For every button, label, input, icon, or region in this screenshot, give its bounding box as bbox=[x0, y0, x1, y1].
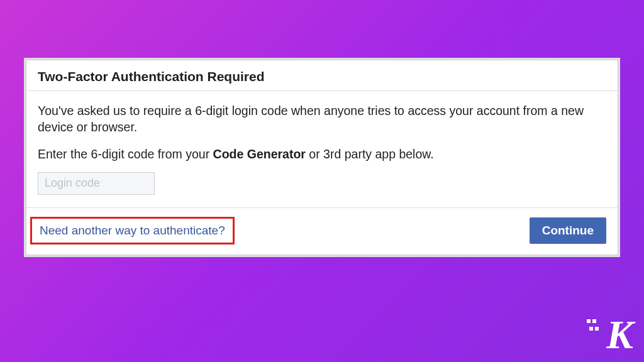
body-text-2-prefix: Enter the 6-digit code from your bbox=[38, 147, 213, 161]
body-text-2-suffix: or 3rd party app below. bbox=[306, 147, 434, 161]
code-generator-label: Code Generator bbox=[213, 147, 306, 161]
dialog-footer: Need another way to authenticate? Contin… bbox=[26, 208, 618, 255]
logo-dots-icon bbox=[589, 327, 599, 331]
two-factor-dialog: Two-Factor Authentication Required You'v… bbox=[26, 60, 618, 255]
logo-dots-icon bbox=[587, 319, 596, 323]
login-code-input[interactable] bbox=[38, 172, 155, 195]
body-text-1: You've asked us to require a 6-digit log… bbox=[38, 102, 606, 136]
alt-auth-highlight: Need another way to authenticate? bbox=[30, 217, 235, 244]
dialog-title: Two-Factor Authentication Required bbox=[38, 69, 606, 84]
alt-auth-link[interactable]: Need another way to authenticate? bbox=[40, 224, 225, 237]
continue-button[interactable]: Continue bbox=[530, 217, 606, 244]
dialog-header: Two-Factor Authentication Required bbox=[26, 60, 618, 90]
body-text-2: Enter the 6-digit code from your Code Ge… bbox=[38, 146, 606, 162]
watermark-logo: K bbox=[606, 312, 631, 358]
dialog-body: You've asked us to require a 6-digit log… bbox=[26, 91, 618, 207]
